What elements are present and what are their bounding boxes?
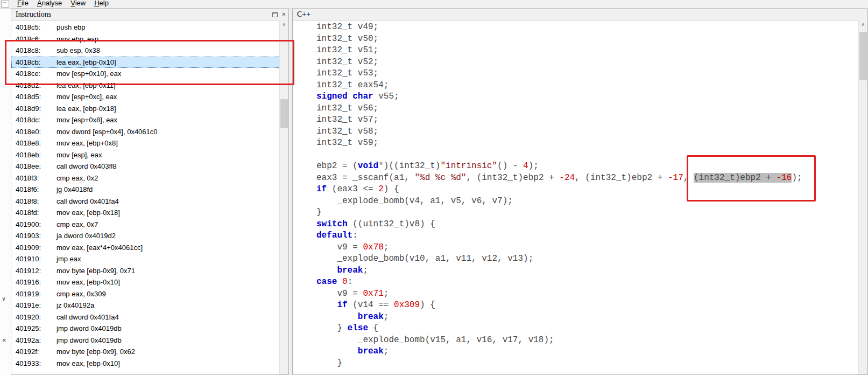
instruction-row[interactable]: 401912:mov byte [ebp-0x9], 0x71 (11, 265, 280, 277)
code-token: } (316, 207, 322, 217)
code-line[interactable]: break; (316, 346, 859, 358)
instruction-row-selected[interactable]: 4018cb:lea eax, [ebp-0x10] (11, 57, 280, 68)
instruction-row[interactable]: 4018ce:mov [esp+0x10], eax (11, 68, 280, 80)
instruction-row[interactable]: 401903:ja dword 0x4019d2 (11, 230, 280, 242)
instruction-row[interactable]: 4018f3:cmp eax, 0x2 (11, 172, 280, 184)
code-token: ; (363, 266, 368, 275)
instruction-row[interactable]: 40192f:mov byte [ebp-0x9], 0x62 (11, 346, 280, 358)
code-token: else (348, 323, 368, 333)
instruction-row[interactable]: 40192a:jmp dword 0x4019db (11, 335, 280, 346)
code-line[interactable]: int32_t v59; (316, 137, 859, 149)
code-line[interactable]: int32_t v49; (316, 22, 859, 33)
code-line[interactable]: case 0: (316, 276, 859, 288)
code-token: switch (316, 219, 348, 229)
instruction-row[interactable]: 40191e:jz 0x40192a (11, 300, 280, 311)
scroll-up-icon[interactable]: ∧ (859, 20, 867, 29)
close-icon[interactable]: × (2, 336, 6, 344)
instruction-row[interactable]: 4018eb:mov [esp], eax (11, 149, 280, 161)
instruction-text: lea eax, [ebp-0x18] (57, 105, 280, 113)
instruction-address: 4018cb: (11, 58, 57, 66)
code-line[interactable]: _explode_bomb(v10, a1, v11, v12, v13); (316, 253, 859, 265)
instruction-address: 4018dc: (11, 116, 57, 124)
instruction-address: 401920: (11, 313, 57, 321)
instructions-scrollbar[interactable]: ∧ (279, 20, 288, 374)
instruction-row[interactable]: 4018fd:mov eax, [ebp-0x18] (11, 207, 280, 219)
code-line[interactable]: int32_t v56; (316, 103, 859, 115)
code-line[interactable]: int32_t v57; (316, 114, 859, 126)
instruction-row[interactable]: 401933:mov eax, [ebp-0x10] (11, 358, 280, 370)
code-token: if (337, 300, 347, 310)
instruction-row[interactable]: 4018c6:mov ebp, esp (11, 33, 280, 45)
code-line[interactable]: int32_t v52; (316, 57, 859, 68)
menu-accelerator: V (70, 0, 75, 7)
code-line[interactable]: eax3 = _sscanf(a1, "%d %c %d", (int32_t)… (316, 172, 859, 184)
cpp-scroll-thumb[interactable] (859, 32, 867, 80)
code-line[interactable]: int32_t v58; (316, 126, 859, 138)
code-line[interactable]: break; (316, 311, 859, 323)
instructions-scroll-thumb[interactable] (280, 99, 288, 128)
code-line[interactable]: if (eax3 <= 2) { (316, 184, 859, 196)
code-line[interactable] (316, 149, 859, 161)
code-line[interactable]: int32_t v51; (316, 45, 859, 57)
code-token: _explode_bomb(v10, a1, v11, v12, v13); (316, 254, 533, 263)
code-line[interactable]: signed char v55; (316, 91, 859, 103)
instruction-row[interactable]: 4018c8:sub esp, 0x38 (11, 45, 280, 57)
instruction-row[interactable]: 401919:cmp eax, 0x309 (11, 288, 280, 300)
code-line[interactable]: if (v14 == 0x309) { (316, 300, 859, 311)
instruction-row[interactable]: 401910:jmp eax (11, 253, 280, 265)
code-line[interactable]: break; (316, 265, 859, 277)
code-line[interactable]: ebp2 = (void*)((int32_t)"intrinsic"() - … (316, 161, 859, 172)
instruction-row[interactable]: 401909:mov eax, [eax*4+0x4061cc] (11, 242, 280, 254)
code-line[interactable]: int32_t v53; (316, 68, 859, 80)
instructions-panel-title: Instructions (16, 10, 272, 19)
code-token: break (358, 312, 384, 322)
highlighted-expression: (int32_t)ebp2 + (694, 173, 777, 183)
menu-view[interactable]: View (66, 0, 90, 8)
instruction-row[interactable]: 401925:jmp dword 0x4019db (11, 323, 280, 335)
instruction-text: cmp eax, 0x309 (57, 290, 280, 298)
toolbar-grip-icon (1, 1, 9, 8)
instruction-text: mov byte [ebp-0x9], 0x62 (57, 348, 280, 356)
instruction-text: mov [esp], eax (57, 151, 280, 159)
code-token: 0x71 (363, 289, 383, 298)
code-token: v9 = (316, 242, 363, 252)
instruction-row[interactable]: 4018d2:lea eax, [ebp-0x11] (11, 80, 280, 92)
code-line[interactable]: _explode_bomb(v4, a1, v5, v6, v7); (316, 196, 859, 207)
chevron-down-icon[interactable]: ∨ (2, 295, 6, 302)
scroll-up-icon[interactable]: ∧ (280, 20, 288, 29)
code-token: : (352, 231, 358, 240)
code-line[interactable]: v9 = 0x78; (316, 242, 859, 254)
menu-help[interactable]: Help (90, 0, 113, 8)
float-panel-icon[interactable] (272, 12, 278, 17)
code-line[interactable]: } (316, 207, 859, 219)
instruction-row[interactable]: 401900:cmp eax, 0x7 (11, 219, 280, 231)
code-token: ; (384, 242, 389, 252)
code-line[interactable]: v9 = 0x71; (316, 288, 859, 300)
instruction-row[interactable]: 401916:mov eax, [ebp-0x10] (11, 276, 280, 288)
code-line[interactable]: int32_t eax54; (316, 80, 859, 92)
cpp-scrollbar[interactable]: ∧ (858, 20, 867, 374)
instruction-row[interactable]: 4018ee:call dword 0x403ff8 (11, 161, 280, 172)
code-line[interactable]: _explode_bomb(v15, a1, v16, v17, v18); (316, 335, 859, 346)
menu-file[interactable]: File (13, 0, 33, 8)
code-token: _explode_bomb(v4, a1, v5, v6, v7); (316, 196, 513, 206)
code-line[interactable]: default: (316, 230, 859, 242)
instruction-row[interactable]: 4018c5:push ebp (11, 22, 280, 33)
instruction-row[interactable]: 4018e8:mov eax, [ebp+0x8] (11, 137, 280, 149)
instruction-row[interactable]: 4018d5:mov [esp+0xc], eax (11, 91, 280, 103)
code-line[interactable]: switch ((uint32_t)v8) { (316, 219, 859, 231)
instruction-row[interactable]: 4018d9:lea eax, [ebp-0x18] (11, 103, 280, 115)
code-line[interactable]: } (316, 358, 859, 370)
code-token: ) { (420, 300, 435, 310)
code-token: (v14 == (348, 300, 394, 310)
instruction-row[interactable]: 4018e0:mov dword [esp+0x4], 0x4061c0 (11, 126, 280, 138)
code-line[interactable]: } else { (316, 323, 859, 335)
instruction-row[interactable]: 4018f8:call dword 0x401fa4 (11, 196, 280, 207)
menu-analyse[interactable]: Analyse (33, 0, 66, 8)
code-line[interactable]: int32_t v50; (316, 33, 859, 45)
instruction-row[interactable]: 4018f6:jg 0x4018fd (11, 184, 280, 196)
code-token (316, 300, 337, 310)
instruction-row[interactable]: 4018dc:mov [esp+0x8], eax (11, 114, 280, 126)
instruction-row[interactable]: 401920:call dword 0x401fa4 (11, 311, 280, 323)
close-panel-icon[interactable]: × (281, 11, 286, 18)
